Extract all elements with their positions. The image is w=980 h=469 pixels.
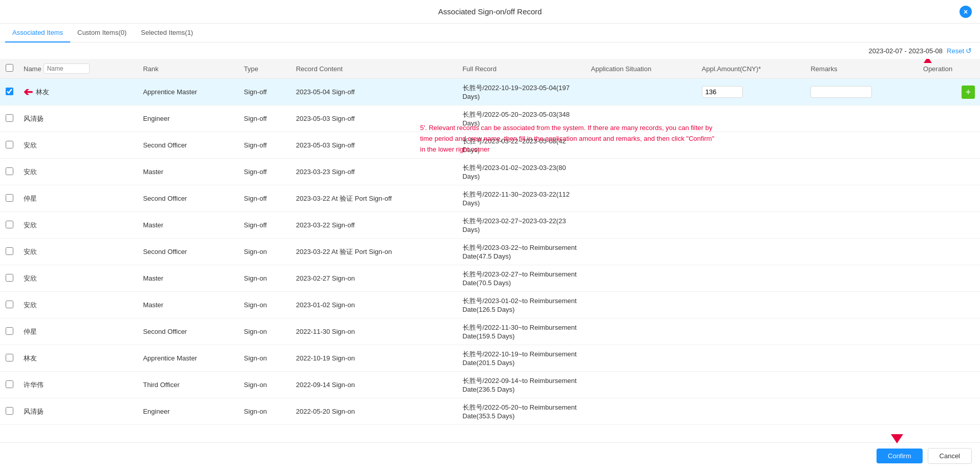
row-checkbox[interactable] (6, 380, 13, 388)
cell-application-situation (586, 79, 697, 105)
table-row: 安欣MasterSign-off2023-03-22 Sign-off长胜号/2… (0, 212, 980, 239)
cell-operation (918, 345, 980, 372)
table-row: ➔林友Apprentice MasterSign-off2023-05-04 S… (0, 79, 980, 105)
cell-record-content: 2023-02-27 Sign-on (291, 265, 457, 292)
cell-application-situation (586, 239, 697, 265)
tab-selected[interactable]: Selected Items(1) (134, 24, 200, 42)
cell-appl-amount (697, 239, 806, 265)
table-header-row: Name Rank Type Record Content Full Recor… (0, 59, 980, 79)
col-name: Name (18, 59, 138, 79)
cell-type: Sign-off (239, 185, 291, 212)
cell-type: Sign-on (239, 318, 291, 345)
cell-rank: Apprentice Master (138, 79, 239, 105)
cell-operation (918, 105, 980, 132)
remarks-input[interactable] (810, 86, 872, 98)
modal-title: Associated Sign-on/off Record (438, 7, 541, 16)
tabs-bar: Associated Items Custom Items(0) Selecte… (0, 24, 980, 42)
cell-record-content: 2023-03-22 Sign-off (291, 212, 457, 239)
name-col-label: Name (24, 65, 41, 73)
cell-full-record: 长胜号/2022-09-14~to Reimbursement Date(236… (457, 372, 586, 398)
row-checkbox[interactable] (6, 301, 13, 308)
table-row: 林友Apprentice MasterSign-on2022-10-19 Sig… (0, 345, 980, 372)
cell-full-record: 长胜号/2023-01-02~to Reimbursement Date(126… (457, 292, 586, 318)
cell-operation (918, 239, 980, 265)
cell-operation: Click to continue to add the crew's reco… (918, 79, 980, 105)
cell-rank: Second Officer (138, 185, 239, 212)
cell-operation (918, 318, 980, 345)
cell-name: 仲星 (18, 185, 138, 212)
cell-application-situation (586, 372, 697, 398)
cell-type: Sign-on (239, 372, 291, 398)
cell-application-situation (586, 159, 697, 185)
table-row: 仲星Second OfficerSign-on2022-11-30 Sign-o… (0, 318, 980, 345)
cell-remarks (805, 212, 918, 239)
row-checkbox[interactable] (6, 327, 13, 335)
cell-full-record: 长胜号/2022-10-19~2023-05-04(197 Days) (457, 79, 586, 105)
row-checkbox[interactable] (6, 141, 13, 148)
cell-rank: Master (138, 212, 239, 239)
cell-record-content: 2022-09-14 Sign-on (291, 372, 457, 398)
row-checkbox[interactable] (6, 194, 13, 202)
cancel-button[interactable]: Cancel (928, 448, 972, 464)
row-checkbox[interactable] (6, 221, 13, 228)
arrow-up-icon (924, 59, 932, 63)
cell-remarks (805, 105, 918, 132)
cell-operation (918, 292, 980, 318)
cell-operation (918, 159, 980, 185)
cell-full-record: 长胜号/2023-01-02~2023-03-23(80 Days) (457, 159, 586, 185)
cell-remarks (805, 132, 918, 159)
cell-name: 安欣 (18, 265, 138, 292)
name-arrow-icon: ➔ (24, 86, 33, 99)
appl-amount-input[interactable] (702, 86, 743, 98)
table-row: 许华伟Third OfficerSign-on2022-09-14 Sign-o… (0, 372, 980, 398)
select-all-checkbox[interactable] (6, 64, 13, 72)
reset-button[interactable]: Reset ↺ (947, 47, 972, 55)
cell-rank: Engineer (138, 105, 239, 132)
add-record-button[interactable]: + (962, 86, 975, 99)
cell-operation (918, 398, 980, 425)
col-record-content: Record Content (291, 59, 457, 79)
table-row: 安欣Second OfficerSign-on2023-03-22 At 验证 … (0, 239, 980, 265)
cell-remarks (805, 79, 918, 105)
close-button[interactable]: × (960, 6, 972, 18)
cell-operation (918, 372, 980, 398)
table-container: Name Rank Type Record Content Full Recor… (0, 59, 980, 425)
cell-type: Sign-on (239, 265, 291, 292)
row-checkbox[interactable] (6, 274, 13, 282)
cell-application-situation (586, 292, 697, 318)
table-row: 风清扬EngineerSign-on2022-05-20 Sign-on长胜号/… (0, 398, 980, 425)
modal-header: Associated Sign-on/off Record × (0, 0, 980, 24)
row-checkbox[interactable] (6, 407, 13, 415)
cell-type: Sign-on (239, 398, 291, 425)
row-checkbox[interactable] (6, 247, 13, 255)
cell-name: 风清扬 (18, 105, 138, 132)
cell-record-content: 2023-03-23 Sign-off (291, 159, 457, 185)
name-search-input[interactable] (44, 63, 90, 74)
cell-remarks (805, 265, 918, 292)
cell-remarks (805, 159, 918, 185)
tab-associated[interactable]: Associated Items (5, 24, 70, 42)
row-checkbox[interactable] (6, 167, 13, 175)
cell-rank: Master (138, 265, 239, 292)
cell-application-situation (586, 185, 697, 212)
cell-rank: Second Officer (138, 318, 239, 345)
tab-custom[interactable]: Custom Items(0) (70, 24, 134, 42)
cell-record-content: 2023-03-22 At 验证 Port Sign-on (291, 239, 457, 265)
cell-record-content: 2023-01-02 Sign-on (291, 292, 457, 318)
cell-application-situation (586, 265, 697, 292)
row-checkbox[interactable] (6, 114, 13, 122)
confirm-button[interactable]: Confirm (877, 449, 923, 463)
cell-rank: Master (138, 292, 239, 318)
cell-type: Sign-off (239, 105, 291, 132)
modal-container: Associated Sign-on/off Record × Associat… (0, 0, 980, 469)
table-row: 安欣MasterSign-off2023-03-23 Sign-off长胜号/2… (0, 159, 980, 185)
row-checkbox[interactable] (6, 88, 13, 95)
cell-operation (918, 265, 980, 292)
cell-appl-amount (697, 292, 806, 318)
table-row: 安欣Second OfficerSign-off2023-05-03 Sign-… (0, 132, 980, 159)
cell-remarks (805, 372, 918, 398)
row-checkbox[interactable] (6, 354, 13, 361)
cell-record-content: 2022-10-19 Sign-on (291, 345, 457, 372)
cell-record-content: 2023-05-03 Sign-off (291, 132, 457, 159)
cell-appl-amount (697, 398, 806, 425)
